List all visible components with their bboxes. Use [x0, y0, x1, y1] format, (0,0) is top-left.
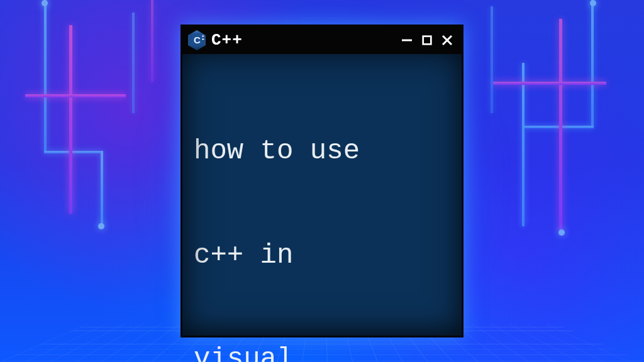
close-button[interactable] [439, 32, 455, 48]
content-line: c++ in [194, 238, 452, 273]
titlebar[interactable]: C++ C++ [182, 26, 462, 54]
svg-rect-1 [423, 36, 431, 45]
cpp-icon: C++ [187, 31, 206, 50]
minimize-button[interactable] [399, 32, 415, 48]
content-line: how to use [194, 134, 452, 168]
window-controls [399, 32, 455, 48]
window-title: C++ [211, 31, 394, 50]
terminal-content: how to use c++ in visual studio [182, 54, 462, 362]
terminal-window: C++ C++ how to use c++ in visual studio [180, 25, 464, 337]
content-line: visual [194, 342, 452, 362]
maximize-button[interactable] [419, 32, 435, 48]
